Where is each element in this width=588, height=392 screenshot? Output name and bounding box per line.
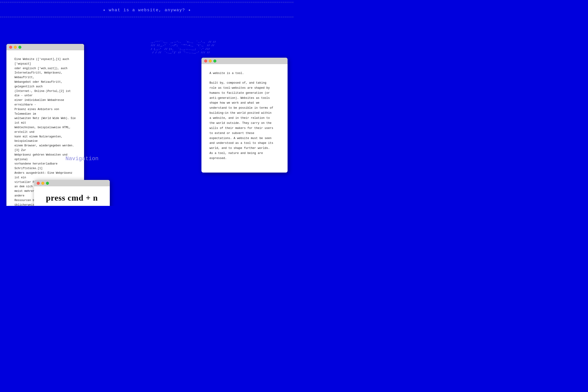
english-paragraph2: Built by, composed of, and taking role a… (209, 81, 280, 161)
close-button-german[interactable] (9, 46, 12, 49)
minimize-button-english[interactable] (209, 60, 212, 62)
cmd-text: press cmd + n (41, 191, 103, 206)
english-text-content: A website is a tool. Built by, composed … (201, 64, 288, 172)
english-paragraph1: A website is a tool. (209, 71, 280, 76)
close-button-english[interactable] (204, 60, 207, 62)
page-header: ========================================… (0, 0, 294, 20)
ascii-art: _,-'''``-,_ _,--'-. `<-._ `..'., // // /… (151, 40, 216, 55)
titlebar-english (201, 58, 288, 64)
maximize-button-german[interactable] (18, 46, 21, 49)
page-title: ✦ what is a website, anyway? ✦ (0, 5, 294, 15)
cmd-content: press cmd + n (34, 186, 110, 206)
browser-window-cmd: press cmd + n (34, 180, 110, 206)
main-content: _,-'''``-,_ _,--'-. `<-._ `..'., // // /… (0, 22, 294, 206)
maximize-button-cmd[interactable] (46, 182, 49, 185)
browser-window-english: A website is a tool. Built by, composed … (201, 58, 288, 172)
titlebar-german (6, 44, 84, 50)
titlebar-cmd (34, 180, 110, 186)
dashes-bottom: ========================================… (0, 15, 294, 20)
maximize-button-english[interactable] (213, 60, 216, 62)
dashes-top: ========================================… (0, 0, 294, 5)
minimize-button-cmd[interactable] (41, 182, 44, 185)
close-button-cmd[interactable] (37, 182, 40, 185)
navigation-label: Navigation (65, 156, 98, 162)
minimize-button-german[interactable] (14, 46, 17, 49)
